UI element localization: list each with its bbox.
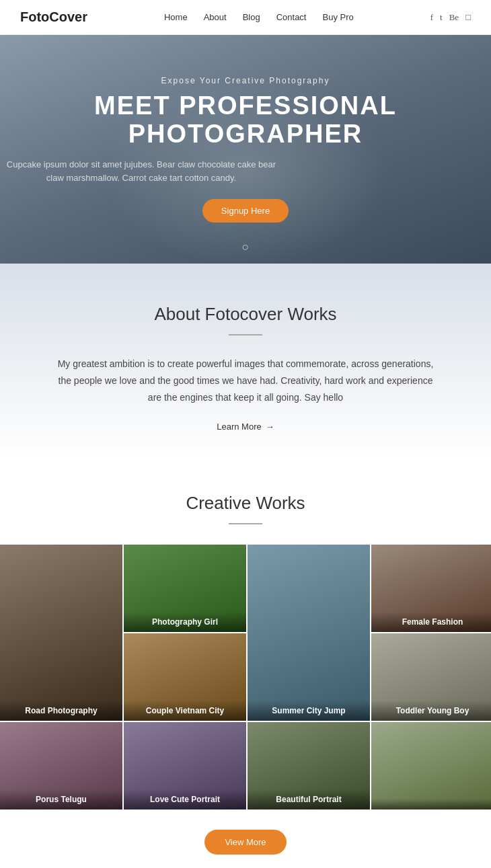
nav-blog[interactable]: Blog <box>243 12 260 22</box>
photo-road-photography[interactable]: Road Photography <box>0 545 122 721</box>
view-more-button[interactable]: View More <box>204 830 286 855</box>
nav-contact[interactable]: Contact <box>276 12 307 22</box>
photo-summer-city-jump[interactable]: Summer City Jump <box>248 545 370 721</box>
photo-label-love: Love Cute Portrait <box>124 789 246 810</box>
about-divider <box>229 334 262 336</box>
photo-label-extra <box>371 799 491 810</box>
about-title: About Fotocover Works <box>20 304 471 325</box>
photo-photography-girl[interactable]: Photography Girl <box>124 545 246 632</box>
photo-label-vietnam: Couple Vietnam City <box>124 701 246 721</box>
photo-label-beautiful: Beautiful Portrait <box>248 789 370 810</box>
social-icons: f t Be □ <box>430 12 471 23</box>
photo-love-cute-portrait[interactable]: Love Cute Portrait <box>124 722 246 810</box>
nav-home[interactable]: Home <box>164 12 188 22</box>
photo-beautiful-portrait[interactable]: Beautiful Portrait <box>248 722 370 810</box>
navbar: FotoCover Home About Blog Contact Buy Pr… <box>0 0 491 35</box>
hero-content: Expose Your Creative Photography MEET PR… <box>0 76 491 223</box>
about-section: About Fotocover Works My greatest ambiti… <box>0 264 491 459</box>
photo-grid: Road Photography Photography Girl Summer… <box>0 545 491 810</box>
photo-couple-vietnam[interactable]: Couple Vietnam City <box>124 633 246 721</box>
about-body: My greatest ambition is to create powerf… <box>50 356 441 407</box>
twitter-icon[interactable]: t <box>440 12 443 23</box>
scroll-indicator: ○ <box>242 240 250 254</box>
photo-extra[interactable] <box>371 722 491 810</box>
facebook-icon[interactable]: f <box>430 12 433 23</box>
instagram-icon[interactable]: □ <box>465 12 471 23</box>
hero-title: MEET PROFESSIONAL PHOTOGRAPHER <box>0 92 491 149</box>
hero-section: Expose Your Creative Photography MEET PR… <box>0 35 491 264</box>
hero-subtitle: Expose Your Creative Photography <box>0 76 491 85</box>
works-section: Creative Works Road Photography Photogra… <box>0 459 491 810</box>
photo-label-porus: Porus Telugu <box>0 789 122 810</box>
logo: FotoCover <box>20 9 87 25</box>
behance-icon[interactable]: Be <box>449 12 459 23</box>
nav-buypro[interactable]: Buy Pro <box>322 12 353 22</box>
photo-label-road: Road Photography <box>0 701 122 721</box>
photo-label-summer: Summer City Jump <box>248 701 370 721</box>
photo-label-toddler: Toddler Young Boy <box>371 701 491 721</box>
photo-porus-telugu[interactable]: Porus Telugu <box>0 722 122 810</box>
nav-about[interactable]: About <box>204 12 227 22</box>
view-more-section: View More <box>0 810 491 868</box>
photo-label-fashion: Female Fashion <box>371 612 491 632</box>
photo-female-fashion[interactable]: Female Fashion <box>371 545 491 632</box>
hero-description: Cupcake ipsum dolor sit amet jujubes. Be… <box>0 158 282 186</box>
works-divider <box>229 523 262 524</box>
nav-links: Home About Blog Contact Buy Pro <box>164 12 354 22</box>
works-title: Creative Works <box>0 493 491 514</box>
photo-toddler[interactable]: Toddler Young Boy <box>371 633 491 721</box>
photo-label-girl: Photography Girl <box>124 612 246 632</box>
learn-more-link[interactable]: Learn More <box>217 422 274 432</box>
signup-button[interactable]: Signup Here <box>202 199 289 223</box>
